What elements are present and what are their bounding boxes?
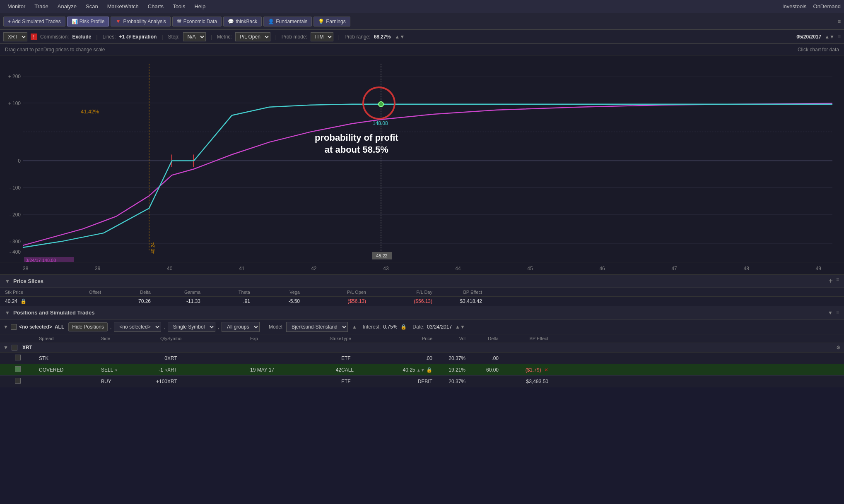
settings-menu-icon[interactable]: ≡ bbox=[838, 34, 841, 40]
hide-positions-btn[interactable]: Hide Positions bbox=[68, 322, 108, 331]
risk-profile-btn[interactable]: 📊 Risk Profile bbox=[67, 17, 109, 26]
group-gear-icon[interactable]: ⚙ bbox=[836, 345, 841, 350]
toolbar: + Add Simulated Trades 📊 Risk Profile 🔻 … bbox=[0, 13, 844, 30]
svg-point-29 bbox=[379, 102, 383, 107]
x-label-49: 49 bbox=[816, 266, 821, 271]
offset-val bbox=[55, 298, 104, 304]
positions-chevron[interactable]: ▼ bbox=[5, 310, 10, 316]
earnings-icon: 💡 bbox=[318, 19, 324, 24]
selected-select[interactable]: <no selected> bbox=[114, 322, 161, 332]
col-spread-hdr: Spread bbox=[39, 336, 101, 341]
step-select[interactable]: N/A bbox=[183, 32, 206, 41]
prob-range-controls[interactable]: ▲▼ bbox=[395, 34, 405, 40]
probability-analysis-btn[interactable]: 🔻 Probability Analysis bbox=[111, 17, 170, 26]
row2-vol: 19.21% bbox=[432, 367, 465, 373]
row3-qty: +100 bbox=[142, 379, 167, 384]
x-label-46: 46 bbox=[599, 266, 605, 271]
single-symbol-select[interactable]: Single Symbol bbox=[168, 322, 215, 332]
row1-delta: .00 bbox=[465, 355, 499, 361]
svg-text:- 200: - 200 bbox=[10, 212, 21, 218]
date-controls[interactable]: ▲▼ bbox=[825, 34, 834, 40]
x-label-48: 48 bbox=[743, 266, 749, 271]
svg-text:- 300: - 300 bbox=[10, 239, 21, 245]
col-vega: Vega bbox=[253, 290, 303, 295]
row3-checkbox[interactable] bbox=[15, 378, 21, 384]
pos-row-covered: COVERED SELL ▾ -1 ▾ XRT 19 MAY 17 42 CAL… bbox=[0, 364, 844, 376]
thinkback-icon: 💬 bbox=[228, 19, 234, 24]
economic-icon: 🏛 bbox=[177, 19, 182, 24]
row2-strike: 42 bbox=[300, 367, 341, 373]
x-label-42: 42 bbox=[311, 266, 316, 271]
economic-data-btn[interactable]: 🏛 Economic Data bbox=[172, 17, 222, 26]
menu-trade[interactable]: Trade bbox=[30, 2, 52, 11]
positions-controls: ▼ <no selected> ALL Hide Positions , <no… bbox=[0, 319, 844, 334]
price-slices-menu-icon[interactable]: ≡ bbox=[836, 277, 839, 286]
date-label: Date: bbox=[412, 324, 424, 330]
menu-icon[interactable]: ≡ bbox=[838, 19, 841, 24]
svg-text:40.24: 40.24 bbox=[150, 242, 155, 254]
menu-scan[interactable]: Scan bbox=[82, 2, 102, 11]
prob-mode-select[interactable]: ITM bbox=[311, 32, 333, 41]
earnings-btn[interactable]: 💡 Earnings bbox=[313, 17, 350, 26]
col-qty-hdr: Qty bbox=[142, 336, 167, 341]
separator1: , bbox=[110, 324, 111, 330]
thinkback-btn[interactable]: 💬 thinkBack bbox=[223, 17, 262, 26]
col-stk-price: Stk Price bbox=[5, 290, 55, 295]
lock-icon[interactable]: 🔒 bbox=[20, 298, 27, 304]
col-price-hdr: Price bbox=[391, 336, 432, 341]
col-strike-hdr: Strike bbox=[300, 336, 341, 341]
col-exp-hdr: Exp bbox=[250, 336, 300, 341]
prob-mode-label: Prob mode: bbox=[282, 34, 307, 40]
price-slices-add-btn[interactable]: + bbox=[828, 277, 833, 286]
col-symbol-hdr: Symbol bbox=[167, 336, 250, 341]
step-label: Step: bbox=[168, 34, 179, 40]
interest-lock-icon[interactable]: 🔒 bbox=[400, 324, 407, 330]
row2-side: SELL ▾ bbox=[101, 367, 142, 373]
date-controls-icon[interactable]: ▲▼ bbox=[455, 324, 465, 330]
group-checkbox[interactable] bbox=[12, 345, 17, 350]
row2-close-icon[interactable]: ✕ bbox=[544, 367, 548, 373]
group-chevron[interactable]: ▼ bbox=[3, 345, 8, 350]
menu-marketwatch[interactable]: MarketWatch bbox=[103, 2, 143, 11]
price-table: Stk Price Offset Delta Gamma Theta Vega … bbox=[0, 288, 844, 306]
menu-help[interactable]: Help bbox=[190, 2, 210, 11]
menu-charts[interactable]: Charts bbox=[144, 2, 168, 11]
metric-select[interactable]: P/L Open bbox=[235, 32, 270, 41]
symbol-select[interactable]: XRT bbox=[3, 32, 27, 41]
svg-text:41.42%: 41.42% bbox=[81, 108, 99, 115]
menu-analyze[interactable]: Analyze bbox=[53, 2, 81, 11]
row1-type: ETF bbox=[341, 355, 391, 361]
row2-checkbox[interactable] bbox=[15, 366, 21, 372]
menu-ondemand[interactable]: OnDemand bbox=[813, 3, 841, 10]
chart-area[interactable]: 40.24 41.42% 148.08 45.22 3/24/17 148.08… bbox=[0, 55, 844, 262]
pos-group-xrt: ▼ XRT ⚙ bbox=[0, 343, 844, 353]
row2-lock-icon[interactable]: 🔒 bbox=[426, 367, 432, 373]
all-groups-select[interactable]: All groups bbox=[222, 322, 260, 332]
pos-table-header: Spread Side Qty Symbol Exp Strike Type P… bbox=[0, 334, 844, 343]
row3-bp: $3,493.50 bbox=[499, 379, 548, 384]
row1-checkbox[interactable] bbox=[15, 355, 21, 360]
row2-exp: 19 MAY 17 bbox=[250, 367, 300, 373]
row2-price-controls[interactable]: ▲▼ bbox=[417, 368, 425, 372]
price-slices-chevron[interactable]: ▼ bbox=[5, 278, 10, 284]
separator3: , bbox=[218, 324, 219, 330]
all-checkbox[interactable] bbox=[11, 324, 17, 330]
row2-side-chevron[interactable]: ▾ bbox=[115, 368, 117, 372]
col-bp-effect: BP Effect bbox=[436, 290, 485, 295]
positions-collapse-icon[interactable]: ▼ bbox=[828, 310, 833, 316]
col-gamma: Gamma bbox=[154, 290, 204, 295]
menu-tools[interactable]: Tools bbox=[169, 2, 189, 11]
all-positions-label: ALL bbox=[55, 324, 64, 330]
fundamentals-btn[interactable]: 👤 Fundamentals bbox=[263, 17, 312, 26]
add-simulated-btn[interactable]: + Add Simulated Trades bbox=[3, 17, 65, 26]
pos-row-buy: BUY +100 XRT ETF DEBIT 20.37% $3,493.50 bbox=[0, 376, 844, 387]
row3-price: DEBIT bbox=[391, 379, 432, 384]
interest-value: 0.75% bbox=[383, 324, 397, 330]
menu-monitor[interactable]: Monitor bbox=[3, 2, 29, 11]
model-select[interactable]: Bjerksund-Stensland bbox=[286, 322, 348, 332]
menu-investools[interactable]: Investools bbox=[782, 3, 807, 10]
pos-ctrl-chevron[interactable]: ▼ bbox=[3, 324, 8, 330]
positions-menu-icon[interactable]: ≡ bbox=[836, 310, 839, 316]
pl-day-val: ($56.13) bbox=[369, 298, 436, 304]
x-label-47: 47 bbox=[671, 266, 677, 271]
